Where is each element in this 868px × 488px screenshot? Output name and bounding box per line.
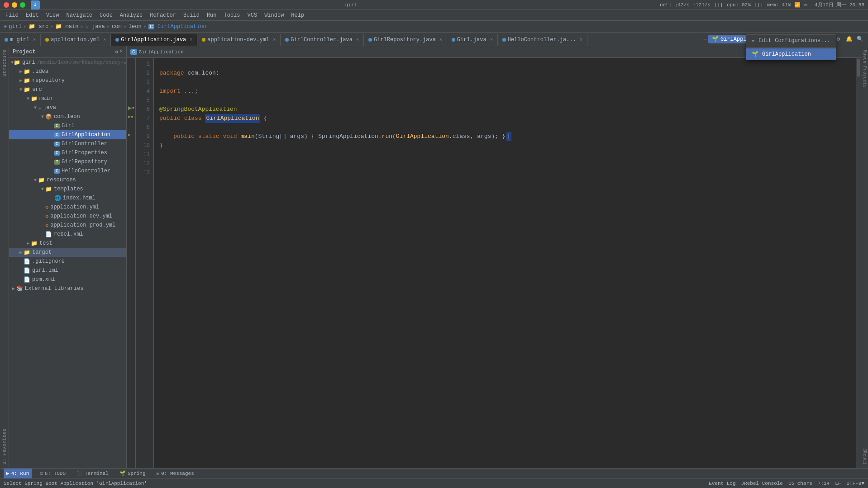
cursor-position: 7:14: [818, 481, 830, 486]
dropdown-girlapplication[interactable]: 🌱 GirlApplication: [746, 48, 836, 60]
sidebar-item-favorites[interactable]: 2: Favorites: [1, 425, 8, 468]
tree-item-java[interactable]: ▼ ☕ java: [9, 103, 126, 112]
bottom-tab-spring[interactable]: 🌱 Spring: [117, 469, 148, 479]
line-num-2: 2: [136, 69, 150, 78]
run-icon: ▶: [6, 470, 10, 476]
tree-item-repository[interactable]: ▶ 📁 repository: [9, 76, 126, 85]
tree-item-target[interactable]: ▶ 📁 target: [9, 248, 126, 257]
tree-item-girlproperties[interactable]: C GirlProperties: [9, 148, 126, 157]
editor-content[interactable]: ▶ ● ▶ ● ▶ 1 2 3 4 5 6 7: [127, 58, 861, 468]
tree-item-girlcontroller[interactable]: C GirlController: [9, 139, 126, 148]
jrebel-console-link[interactable]: JRebel Console: [741, 481, 783, 486]
menu-edit[interactable]: Edit: [22, 11, 43, 19]
tree-item-application-yml[interactable]: ⚙ application.yml: [9, 203, 126, 212]
menu-view[interactable]: View: [43, 11, 63, 19]
code-line-3: [159, 78, 856, 87]
maximize-button[interactable]: [20, 2, 25, 8]
tab-application-yml[interactable]: application.yml ×: [41, 34, 111, 46]
bottom-tab-terminal[interactable]: ⬛ Terminal: [74, 469, 111, 479]
project-panel-header: Project ⚙ ×: [9, 46, 126, 58]
breadcrumb-class[interactable]: C GirlApplication: [148, 24, 206, 30]
tab-girlapplication[interactable]: GirlApplication.java ×: [111, 34, 197, 46]
tree-item-main[interactable]: ▼ 📁 main: [9, 94, 126, 103]
tree-item-girlrepository[interactable]: I GirlRepository: [9, 157, 126, 166]
tab-hellocontroller[interactable]: HelloController.ja... ×: [498, 34, 587, 46]
tree-item-application-dev-yml[interactable]: ⚙ application-dev.yml: [9, 212, 126, 221]
tab-girl[interactable]: Girl.java ×: [447, 34, 498, 46]
tab-close-controller[interactable]: ×: [356, 38, 359, 43]
tree-item-external-libraries[interactable]: ▶ 📚 External Libraries: [9, 284, 126, 293]
dropdown-edit-configurations[interactable]: ✏ Edit Configurations...: [746, 35, 836, 46]
code-line-4: import ...;: [159, 87, 856, 96]
tab-close-yml[interactable]: ×: [103, 38, 106, 43]
mail-icon: ✉: [804, 2, 807, 8]
annotation-springboot: @SpringBootApplication: [159, 105, 237, 114]
tab-close-girlapplication[interactable]: ×: [190, 38, 192, 43]
menu-tools[interactable]: Tools: [220, 11, 244, 19]
tree-item-com-leon[interactable]: ▼ 📦 com.leon: [9, 112, 126, 121]
tree-item-girl-iml[interactable]: 📄 girl.iml: [9, 266, 126, 275]
tab-close-m-girl[interactable]: ×: [33, 38, 36, 43]
tab-close-repo[interactable]: ×: [439, 38, 442, 43]
tab-close-girl[interactable]: ×: [490, 38, 493, 43]
menu-navigate[interactable]: Navigate: [62, 11, 96, 19]
menu-refactor[interactable]: Refactor: [146, 11, 180, 19]
project-panel-close-icon[interactable]: ×: [120, 49, 123, 55]
menu-help[interactable]: Help: [287, 11, 308, 19]
tree-item-girlapplication[interactable]: C GirlApplication: [9, 130, 126, 139]
tree-label-rebel-xml: rebel.xml: [54, 231, 83, 237]
line-ending[interactable]: LF: [835, 481, 841, 486]
tree-label-girlrepository: GirlRepository: [62, 159, 107, 165]
breadcrumb-com[interactable]: com: [112, 24, 122, 30]
bottom-tab-run[interactable]: ▶ 4: Run: [4, 469, 32, 479]
tree-item-pom-xml[interactable]: 📄 pom.xml: [9, 275, 126, 284]
breadcrumb-java[interactable]: ☕ java: [86, 23, 105, 30]
tree-item-resources[interactable]: ▼ 📁 resources: [9, 175, 126, 185]
search-everywhere-icon[interactable]: 🔍: [855, 35, 864, 44]
notifications-icon[interactable]: 🔔: [844, 35, 854, 44]
encoding[interactable]: UTF-8▼: [846, 481, 864, 486]
sidebar-item-structure[interactable]: Structure: [1, 46, 8, 80]
run-marker-9-icon: ▶: [128, 132, 131, 137]
menu-run[interactable]: Run: [203, 11, 220, 19]
tree-item-application-prod-yml[interactable]: ⚙ application-prod.yml: [9, 221, 126, 230]
tree-item-gitignore[interactable]: 📄 .gitignore: [9, 257, 126, 266]
tree-item-test[interactable]: ▶ 📁 test: [9, 239, 126, 248]
tab-close-dev[interactable]: ×: [273, 38, 276, 43]
scrollbar-thumb[interactable]: [857, 59, 860, 77]
tree-item-index-html[interactable]: 🌐 index.html: [9, 194, 126, 203]
breadcrumb-src[interactable]: 📁 src: [29, 23, 48, 30]
tab-close-hello[interactable]: ×: [580, 38, 582, 43]
menu-analyze[interactable]: Analyze: [116, 11, 146, 19]
tab-label-m-girl: m girl: [10, 37, 29, 43]
tab-m-girl[interactable]: m girl ×: [0, 34, 41, 46]
menu-code[interactable]: Code: [96, 11, 116, 19]
breadcrumb-main[interactable]: 📁 main: [55, 23, 78, 30]
tab-application-dev[interactable]: application-dev.yml ×: [197, 34, 281, 46]
tree-item-rebel-xml[interactable]: 📄 rebel.xml: [9, 230, 126, 239]
menu-build[interactable]: Build: [180, 11, 203, 19]
menu-file[interactable]: File: [2, 11, 22, 19]
minimize-button[interactable]: [12, 2, 17, 8]
bottom-tab-todo[interactable]: ☑ 6: TODO: [37, 469, 68, 479]
bottom-tab-messages[interactable]: ✉ 0: Messages: [154, 469, 197, 479]
project-panel-gear-icon[interactable]: ⚙: [115, 49, 118, 55]
event-log-link[interactable]: Event Log: [709, 481, 735, 486]
tree-item-idea[interactable]: ▶ 📁 .idea: [9, 67, 126, 76]
tab-girlcontroller[interactable]: GirlController.java ×: [281, 34, 364, 46]
close-button[interactable]: [4, 2, 9, 8]
sidebar-item-maven[interactable]: Maven Projects: [861, 46, 868, 91]
breadcrumb-project[interactable]: girl: [9, 24, 22, 30]
tree-item-hellocontroller[interactable]: C HelloController: [9, 166, 126, 175]
vertical-scrollbar[interactable]: [856, 58, 861, 468]
tree-item-girl-root[interactable]: ▼ 📁 girl /media/leon/Workbackup/study-w.…: [9, 58, 126, 67]
code-area[interactable]: package com.leon; import ...; @SpringBoo…: [154, 58, 856, 468]
tab-girlrepository[interactable]: GirlRepository.java ×: [364, 34, 447, 46]
tree-item-src[interactable]: ▼ 📁 src: [9, 85, 126, 94]
sidebar-item-jrebel[interactable]: JRebel: [861, 445, 868, 468]
breadcrumb-leon[interactable]: leon: [129, 24, 142, 30]
menu-vcs[interactable]: VCS: [244, 11, 261, 19]
menu-window[interactable]: Window: [261, 11, 287, 19]
tree-item-templates[interactable]: ▼ 📁 templates: [9, 185, 126, 194]
tree-item-girl-class[interactable]: C Girl: [9, 121, 126, 130]
